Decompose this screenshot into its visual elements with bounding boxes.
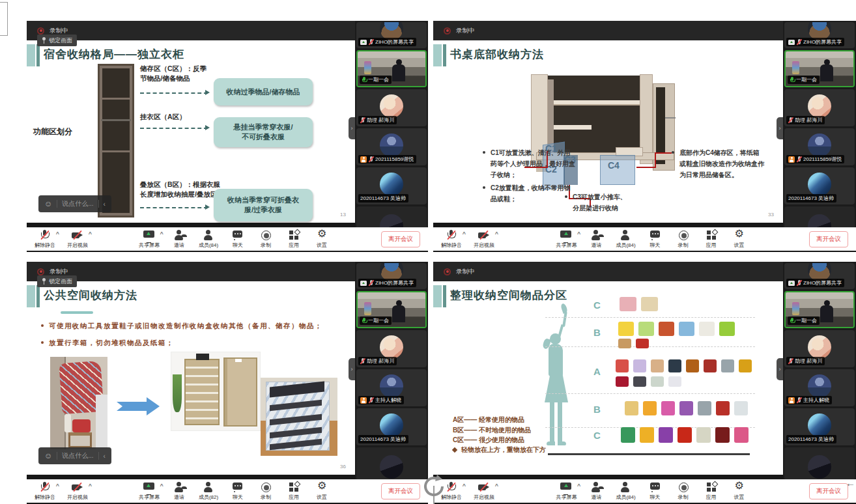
toolbar-button[interactable]: 应用 bbox=[703, 230, 720, 249]
toolbar-button[interactable]: ^ 开启视频 bbox=[474, 482, 494, 501]
participant-tile[interactable]: ZIHO的屏幕共享 bbox=[784, 263, 855, 289]
leave-meeting-button[interactable]: 离开会议 bbox=[381, 483, 420, 499]
toolbar-button[interactable]: ^ 共享屏幕 bbox=[556, 482, 577, 501]
toolbar-button[interactable]: 设置 bbox=[313, 482, 330, 501]
participant-label: 2020114673 吴迪帅 bbox=[358, 435, 408, 443]
sidebar-collapse-tab[interactable]: › bbox=[349, 358, 355, 380]
toolbar-button[interactable]: 设置 bbox=[731, 482, 748, 501]
toolbar-button[interactable]: ^ 开启视频 bbox=[474, 230, 494, 249]
toolbar-button[interactable]: 应用 bbox=[703, 482, 720, 501]
participant-tile[interactable]: 一期一会 bbox=[356, 291, 427, 328]
participant-tile[interactable]: ZIHO的屏幕共享 bbox=[784, 22, 855, 48]
lock-view-tooltip[interactable]: 锁定画面 bbox=[37, 275, 77, 287]
sidebar-collapse-tab[interactable]: › bbox=[777, 358, 783, 380]
participant-tile[interactable]: 助理 郝海川 bbox=[784, 89, 855, 126]
toolbar-button[interactable]: 聊天 bbox=[647, 482, 664, 501]
toolbar-button[interactable]: 录制 bbox=[257, 482, 274, 501]
chat-input[interactable]: ☺ 说点什么... ‹ bbox=[38, 447, 111, 464]
sidebar-collapse-tab[interactable]: › bbox=[777, 117, 783, 139]
toolbar-button[interactable]: ^ 开启视频 bbox=[67, 230, 88, 249]
toolbar-button[interactable]: 设置 bbox=[731, 230, 748, 249]
toolbar-button[interactable]: ^ 解除静音 bbox=[441, 230, 462, 249]
participant-tile[interactable]: 助理 郝海川 bbox=[356, 89, 427, 126]
screen-share-icon bbox=[788, 281, 795, 286]
toolbar-button[interactable]: 聊天 bbox=[229, 230, 246, 249]
participant-name: 2021115859谢悦 bbox=[803, 156, 842, 163]
sidebar-collapse-tab[interactable]: › bbox=[349, 117, 355, 139]
toolbar-button[interactable]: 成员(84) bbox=[616, 482, 635, 501]
participant-tile[interactable]: ZIHO的屏幕共享 bbox=[356, 22, 427, 48]
toolbar-button[interactable]: 录制 bbox=[675, 230, 692, 249]
toolbar-button[interactable]: 录制 bbox=[675, 482, 692, 501]
recording-status: 录制中 bbox=[50, 27, 68, 35]
gear-icon bbox=[315, 230, 328, 240]
toolbar-button[interactable]: 聊天 bbox=[229, 482, 246, 501]
participant-tile[interactable]: 2020114673 吴迪帅 bbox=[356, 167, 427, 204]
participant-tile[interactable]: 一期一会 bbox=[784, 291, 855, 328]
toolbar-button[interactable]: ^ 解除静音 bbox=[35, 482, 55, 501]
participant-label: 2020114673 吴迪帅 bbox=[786, 435, 836, 443]
participant-tile[interactable]: 主持人解晓 bbox=[784, 369, 855, 406]
toolbar-button[interactable]: ^ 开启视频 bbox=[67, 482, 88, 501]
participant-tile[interactable]: 2020114673 吴迪帅 bbox=[784, 167, 855, 204]
participant-tile[interactable]: 一期一会 bbox=[784, 50, 855, 87]
caret-icon[interactable]: ^ bbox=[463, 231, 466, 237]
participant-tile[interactable]: 2020114673 吴迪帅 bbox=[356, 408, 427, 445]
collapse-chat-icon[interactable]: ‹ bbox=[104, 201, 106, 208]
caret-icon[interactable]: ^ bbox=[495, 483, 498, 489]
chat-input[interactable]: ☺ 说点什么... ‹ bbox=[38, 195, 111, 212]
participant-tile[interactable]: 助理 郝海川 bbox=[784, 330, 855, 367]
caret-icon[interactable]: ^ bbox=[495, 231, 498, 237]
toolbar-button[interactable]: ^ 共享屏幕 bbox=[139, 482, 160, 501]
caret-icon[interactable]: ^ bbox=[463, 483, 466, 489]
emoji-icon[interactable]: ☺ bbox=[44, 200, 52, 208]
toolbar-button[interactable]: 邀请 bbox=[588, 482, 605, 501]
participant-tile[interactable]: 2021115859谢悦 bbox=[356, 128, 427, 165]
toolbar-button[interactable]: 成员(84) bbox=[199, 230, 218, 249]
toolbar-button[interactable]: 邀请 bbox=[588, 230, 605, 249]
caret-icon[interactable]: ^ bbox=[56, 231, 59, 237]
participant-tile[interactable]: 助理 郝海川 bbox=[356, 330, 427, 367]
participant-tile[interactable] bbox=[784, 206, 855, 227]
leave-meeting-button[interactable]: 离开会议 bbox=[809, 231, 848, 247]
caret-icon[interactable]: ^ bbox=[89, 231, 92, 237]
toolbar-button[interactable]: 录制 bbox=[257, 230, 274, 249]
participant-tile[interactable]: 一期一会 bbox=[356, 50, 427, 87]
caret-icon[interactable]: ^ bbox=[89, 483, 92, 489]
toolbar-button[interactable]: 设置 bbox=[313, 230, 330, 249]
participant-tile[interactable]: 2020114673 吴迪帅 bbox=[784, 408, 855, 445]
toolbar-button[interactable]: ^ 共享屏幕 bbox=[139, 230, 160, 249]
participant-label: 2021115859谢悦 bbox=[358, 155, 416, 163]
caret-icon[interactable]: ^ bbox=[577, 231, 580, 237]
caret-icon[interactable]: ^ bbox=[577, 483, 580, 489]
emoji-icon[interactable]: ☺ bbox=[44, 452, 52, 460]
mic-icon bbox=[790, 77, 794, 83]
app-icon bbox=[705, 482, 718, 492]
toolbar-button[interactable]: 成员(82) bbox=[199, 482, 218, 501]
participant-tile[interactable] bbox=[356, 447, 427, 479]
participant-tile[interactable] bbox=[784, 447, 855, 479]
page-number: 36 bbox=[340, 464, 346, 469]
toolbar-button[interactable]: ^ 共享屏幕 bbox=[556, 230, 577, 249]
toolbar-button[interactable]: 邀请 bbox=[171, 482, 188, 501]
caret-icon[interactable]: ^ bbox=[160, 483, 164, 489]
toolbar-button[interactable]: 聊天 bbox=[647, 230, 664, 249]
toolbar-button[interactable]: 邀请 bbox=[171, 230, 188, 249]
participant-tile[interactable]: 主持人解晓 bbox=[356, 369, 427, 406]
collapse-chat-icon[interactable]: ‹ bbox=[104, 453, 106, 460]
caret-icon[interactable]: ^ bbox=[56, 483, 59, 489]
toolbar-button[interactable]: 应用 bbox=[285, 230, 302, 249]
lock-view-tooltip[interactable]: 锁定画面 bbox=[37, 35, 77, 46]
participant-tile[interactable] bbox=[356, 206, 427, 227]
toolbar-button-label: 成员(84) bbox=[199, 242, 218, 249]
mic-icon bbox=[369, 397, 373, 404]
toolbar-button[interactable]: 应用 bbox=[285, 482, 302, 501]
toolbar-button[interactable]: ^ 解除静音 bbox=[35, 230, 55, 249]
participant-name: ZIHO的屏幕共享 bbox=[375, 279, 414, 287]
participant-tile[interactable]: ZIHO的屏幕共享 bbox=[356, 263, 427, 289]
participant-tile[interactable]: 2021115859谢悦 bbox=[784, 128, 855, 165]
toolbar-button[interactable]: 成员(84) bbox=[616, 230, 635, 249]
caret-icon[interactable]: ^ bbox=[160, 231, 164, 237]
leave-meeting-button[interactable]: 离开会议 bbox=[809, 483, 848, 499]
leave-meeting-button[interactable]: 离开会议 bbox=[381, 231, 420, 247]
